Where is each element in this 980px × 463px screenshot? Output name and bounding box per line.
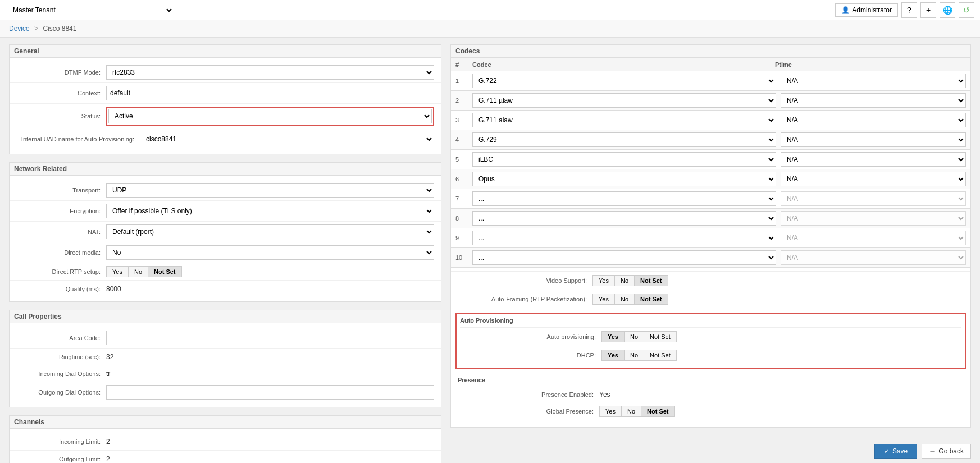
breadcrumb-separator: > xyxy=(34,25,38,33)
auto-prov-btn-group: Yes No Not Set xyxy=(601,331,677,342)
ptime-select-6[interactable]: N/A xyxy=(781,191,966,206)
network-section: Network Related Transport: UDP Encryptio… xyxy=(9,162,441,302)
refresh-button[interactable]: ↺ xyxy=(959,2,974,18)
ptime-select-8[interactable]: N/A xyxy=(781,231,966,245)
codec-select-5[interactable]: Opus xyxy=(472,172,776,186)
qualify-row: Qualify (ms): 8000 xyxy=(10,280,441,297)
ptime-select-4[interactable]: N/A xyxy=(781,152,966,167)
ptime-select-2[interactable]: N/A xyxy=(781,113,966,127)
codec-select-9[interactable]: ... xyxy=(472,250,776,265)
auto-framing-yes-btn[interactable]: Yes xyxy=(592,294,615,305)
global-presence-label: Global Presence: xyxy=(464,408,599,415)
nat-select[interactable]: Default (rport) xyxy=(106,224,434,239)
ringtime-value: 32 xyxy=(106,353,434,361)
dtmf-value: rfc2833 xyxy=(106,65,434,80)
codec-select-1[interactable]: G.711 µlaw xyxy=(472,93,776,108)
encryption-select[interactable]: Offer if possible (TLS only) xyxy=(106,204,434,218)
presence-enabled-row: Presence Enabled: Yes xyxy=(458,387,964,402)
outgoing-dial-input[interactable] xyxy=(106,385,434,400)
outgoing-dial-row: Outgoing Dial Options: xyxy=(10,382,441,402)
help-button[interactable]: ? xyxy=(901,2,917,18)
dtmf-select[interactable]: rfc2833 xyxy=(106,65,434,80)
auto-framing-no-btn[interactable]: No xyxy=(615,294,635,305)
dhcp-no-btn[interactable]: No xyxy=(625,350,644,361)
codec-num: 4 xyxy=(455,136,472,143)
ptime-select-0[interactable]: N/A xyxy=(781,74,966,88)
direct-media-row: Direct media: No xyxy=(10,242,441,263)
area-code-row: Area Code: xyxy=(10,328,441,348)
ptime-select-3[interactable]: N/A xyxy=(781,132,966,147)
direct-rtp-value: Yes No Not Set xyxy=(106,266,434,277)
codec-select-3[interactable]: G.729 xyxy=(472,132,776,147)
dhcp-row: DHCP: Yes No Not Set xyxy=(460,346,961,364)
global-presence-yes-btn[interactable]: Yes xyxy=(599,406,622,417)
ptime-select-7[interactable]: N/A xyxy=(781,211,966,226)
incoming-dial-value: tr xyxy=(106,370,434,378)
area-code-input[interactable] xyxy=(106,331,434,345)
ptime-select-1[interactable]: N/A xyxy=(781,93,966,108)
direct-rtp-notset-btn[interactable]: Not Set xyxy=(148,266,182,277)
auto-prov-notset-btn[interactable]: Not Set xyxy=(644,331,677,342)
general-section: General DTMF Mode: rfc2833 Context: defa… xyxy=(9,44,441,154)
uad-select[interactable]: cisco8841 xyxy=(140,132,434,146)
ptime-select-5[interactable]: N/A xyxy=(781,172,966,186)
codec-row: 4 G.729 N/A xyxy=(450,130,971,150)
nat-label: NAT: xyxy=(16,228,106,235)
codec-select-7[interactable]: ... xyxy=(472,211,776,226)
codec-row: 1 G.722 N/A xyxy=(450,71,971,91)
breadcrumb-parent[interactable]: Device xyxy=(9,25,30,33)
save-button[interactable]: ✓ Save xyxy=(874,444,917,459)
dhcp-notset-btn[interactable]: Not Set xyxy=(644,350,677,361)
area-code-label: Area Code: xyxy=(16,334,106,341)
encryption-value: Offer if possible (TLS only) xyxy=(106,204,434,218)
dhcp-yes-btn[interactable]: Yes xyxy=(601,350,625,361)
presence-section: Presence Presence Enabled: Yes Global Pr… xyxy=(451,373,970,424)
auto-provisioning-section: Auto Provisioning Auto provisioning: Yes… xyxy=(455,313,966,369)
main-content: General DTMF Mode: rfc2833 Context: defa… xyxy=(0,38,980,463)
status-select[interactable]: Active xyxy=(108,109,432,123)
nat-row: NAT: Default (rport) xyxy=(10,221,441,242)
video-notset-btn[interactable]: Not Set xyxy=(635,275,668,286)
transport-value: UDP xyxy=(106,183,434,198)
auto-framing-notset-btn[interactable]: Not Set xyxy=(635,294,668,305)
global-presence-no-btn[interactable]: No xyxy=(622,406,641,417)
ringtime-row: Ringtime (sec): 32 xyxy=(10,348,441,365)
codec-select-0[interactable]: G.722 xyxy=(472,74,776,88)
transport-select[interactable]: UDP xyxy=(106,183,434,198)
go-back-button[interactable]: ← Go back xyxy=(922,444,971,459)
network-body: Transport: UDP Encryption: Offer if poss… xyxy=(9,176,441,302)
uad-value: cisco8841 xyxy=(140,132,434,146)
codec-row: 8 ... N/A xyxy=(450,209,971,228)
video-yes-btn[interactable]: Yes xyxy=(592,275,615,286)
auto-prov-yes-btn[interactable]: Yes xyxy=(601,331,625,342)
video-no-btn[interactable]: No xyxy=(615,275,635,286)
direct-rtp-yes-btn[interactable]: Yes xyxy=(106,266,129,277)
global-presence-notset-btn[interactable]: Not Set xyxy=(641,406,675,417)
uad-label: Internal UAD name for Auto-Provisioning: xyxy=(16,136,140,143)
codec-select-2[interactable]: G.711 alaw xyxy=(472,113,776,127)
ptime-select-9[interactable]: N/A xyxy=(781,250,966,265)
globe-button[interactable]: 🌐 xyxy=(940,2,955,18)
codecs-section: Codecs # Codec Ptime 1 G.722 N/A 2 G.711… xyxy=(450,44,971,428)
video-support-row: Video Support: Yes No Not Set xyxy=(451,271,970,290)
tenant-select[interactable]: Master Tenant xyxy=(6,3,174,17)
direct-rtp-no-btn[interactable]: No xyxy=(129,266,148,277)
call-properties-title: Call Properties xyxy=(9,310,441,323)
direct-rtp-btn-group: Yes No Not Set xyxy=(106,266,434,277)
dhcp-label: DHCP: xyxy=(467,352,601,359)
codec-num: 1 xyxy=(455,77,472,84)
codecs-header: # Codec Ptime xyxy=(450,58,971,71)
col-num-header: # xyxy=(455,61,472,68)
ringtime-label: Ringtime (sec): xyxy=(16,354,106,360)
auto-prov-no-btn[interactable]: No xyxy=(625,331,644,342)
codec-select-4[interactable]: iLBC xyxy=(472,152,776,167)
direct-media-select[interactable]: No xyxy=(106,245,434,260)
area-code-value xyxy=(106,331,434,345)
user-icon: 👤 xyxy=(841,6,850,14)
codec-select-6[interactable]: ... xyxy=(472,191,776,206)
admin-button[interactable]: 👤 Administrator xyxy=(835,3,898,17)
add-button[interactable]: + xyxy=(920,2,936,18)
context-input[interactable]: default xyxy=(106,86,434,100)
save-label: Save xyxy=(892,447,908,455)
codec-select-8[interactable]: ... xyxy=(472,231,776,245)
